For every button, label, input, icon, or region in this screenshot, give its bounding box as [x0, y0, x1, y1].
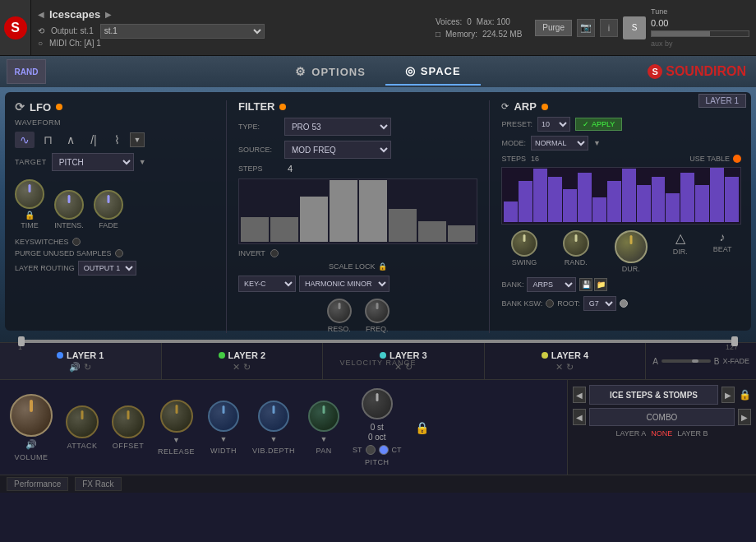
output-select[interactable]: st.1: [100, 24, 265, 39]
dur-knob[interactable]: [615, 230, 648, 263]
reso-knob[interactable]: [327, 299, 352, 323]
rand-button[interactable]: RAND: [7, 59, 46, 84]
preset-next-button[interactable]: ▶: [721, 387, 735, 403]
filter-source-select[interactable]: MOD FREQ: [284, 141, 391, 159]
use-table-row: USE TABLE: [689, 155, 741, 163]
apply-button[interactable]: ✓ APPLY: [575, 118, 622, 131]
intens-knob-container: INTENS.: [54, 190, 84, 229]
velocity-thumb-right[interactable]: [731, 336, 738, 346]
routing-select[interactable]: OUTPUT 1: [78, 261, 136, 276]
release-knob[interactable]: [160, 400, 193, 433]
xfade-slider[interactable]: [662, 359, 711, 363]
arp-section: ⟳ ARP PRESET: 10 ✓ APPLY MODE:: [501, 100, 741, 333]
none-label: NONE: [651, 429, 672, 438]
wave-triangle[interactable]: ∧: [61, 132, 81, 148]
vib-depth-knob[interactable]: [258, 401, 289, 432]
root-toggle[interactable]: [620, 299, 628, 308]
arp-steps-label: STEPS: [501, 155, 526, 163]
pan-dropdown-icon: ▼: [320, 435, 328, 443]
bank-save-icon[interactable]: 💾: [579, 278, 592, 291]
root-select[interactable]: G7: [583, 296, 616, 311]
release-label: RELEASE: [158, 447, 195, 456]
use-table-dot[interactable]: [733, 155, 741, 163]
info-icon[interactable]: i: [600, 19, 618, 37]
fade-knob[interactable]: [94, 190, 123, 220]
wave-sine[interactable]: ∿: [15, 132, 35, 148]
pan-knob[interactable]: [308, 401, 339, 432]
attack-control: ATTACK: [66, 405, 99, 450]
filter-type-label: TYPE:: [238, 123, 279, 131]
wave-square[interactable]: ⊓: [38, 132, 58, 148]
volume-knob-wrapper: 🔊: [10, 394, 53, 437]
nav-arrow-left[interactable]: ◀: [38, 10, 44, 19]
rand-knob[interactable]: [563, 230, 589, 257]
filter-type-select[interactable]: PRO 53: [284, 118, 391, 136]
swing-knob-container: SWING: [511, 230, 537, 273]
purge-checkbox[interactable]: [115, 249, 123, 257]
target-select[interactable]: PITCH: [52, 153, 134, 171]
velocity-row: 1 127 VELOCITY RANGE: [15, 340, 741, 367]
invert-checkbox[interactable]: [270, 249, 279, 257]
camera-icon[interactable]: 📷: [577, 19, 595, 37]
offset-label: OFFSET: [113, 442, 145, 450]
memory-row: □ Memory: 224.52 MB: [436, 30, 522, 39]
st-toggle[interactable]: [366, 445, 376, 455]
filter-knobs: RESO. FREQ.: [238, 299, 478, 333]
nav-arrow-right[interactable]: ▶: [105, 10, 112, 19]
pitch-knob[interactable]: [362, 388, 393, 419]
scale-select[interactable]: HARMONIC MINOR: [299, 276, 390, 292]
pitch-st-val: 0 st: [371, 423, 384, 432]
preset-prev-button[interactable]: ◀: [573, 387, 586, 403]
purge-button[interactable]: Purge: [535, 20, 572, 36]
velocity-slider[interactable]: [18, 340, 738, 343]
bank-icons: 💾 📁: [579, 278, 607, 291]
apply-label: APPLY: [592, 120, 615, 128]
memory-label: Memory:: [445, 30, 477, 39]
wave-dropdown[interactable]: ▼: [130, 132, 145, 147]
tab-space[interactable]: ◎ SPACE: [385, 58, 481, 86]
wave-random[interactable]: ⌇: [107, 132, 127, 148]
scale-lock-label: SCALE LOCK: [329, 262, 376, 271]
swing-knob[interactable]: [511, 230, 537, 257]
performance-tab[interactable]: Performance: [7, 477, 68, 491]
beat-label: BEAT: [713, 245, 732, 253]
fx-rack-tab[interactable]: FX Rack: [75, 477, 121, 491]
combo-next-button[interactable]: ▶: [738, 409, 751, 425]
layer-a-label: LAYER A: [615, 429, 646, 438]
tab-options[interactable]: ⚙ OPTIONS: [275, 58, 385, 85]
combo-prev-button[interactable]: ◀: [573, 409, 586, 425]
ct-toggle[interactable]: [379, 445, 389, 455]
bank-folder-icon[interactable]: 📁: [594, 278, 607, 291]
offset-knob[interactable]: [112, 405, 145, 438]
freq-knob[interactable]: [365, 299, 390, 323]
intens-knob[interactable]: [54, 190, 84, 220]
voices-value: 0: [467, 17, 472, 26]
target-dropdown-arrow: ▼: [139, 158, 146, 166]
wave-saw[interactable]: /|: [84, 132, 104, 148]
preset-lock-icon[interactable]: 🔒: [738, 387, 751, 403]
attack-knob[interactable]: [66, 405, 99, 438]
status-bar: Performance FX Rack: [0, 475, 756, 493]
arp-mode-select[interactable]: NORMAL: [531, 136, 588, 151]
memory-value: 224.52 MB: [482, 30, 522, 39]
keyswitches-checkbox[interactable]: [72, 238, 81, 246]
velocity-thumb-left[interactable]: [18, 336, 25, 346]
volume-control: 🔊 VOLUME: [10, 394, 53, 461]
arp-bar-10: [637, 185, 651, 222]
xfade-thumb[interactable]: [692, 359, 698, 363]
bank-ksw-checkbox[interactable]: [546, 299, 554, 308]
arp-preset-select[interactable]: 10: [537, 117, 570, 132]
ct-label: CT: [392, 446, 402, 454]
arp-status-dot: [542, 104, 548, 110]
volume-knob[interactable]: [10, 394, 53, 437]
bottom-lock-icon[interactable]: 🔒: [415, 421, 429, 434]
purge-row: PURGE UNUSED SAMPLES: [15, 249, 214, 257]
tune-bar[interactable]: [651, 30, 749, 37]
time-knob[interactable]: [15, 179, 44, 209]
keyswitches-label: KEYSWITCHES: [15, 238, 69, 246]
width-knob[interactable]: [208, 401, 239, 432]
bank-select[interactable]: ARPS: [527, 277, 576, 292]
key-select[interactable]: KEY-C: [238, 276, 296, 292]
filter-status-dot: [279, 104, 286, 110]
rand-label: RAND.: [565, 258, 588, 266]
